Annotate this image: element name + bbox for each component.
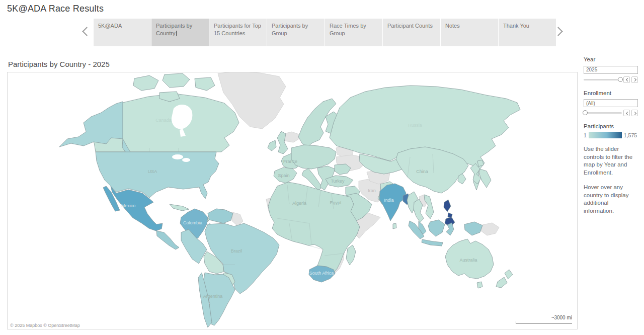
- country-ireland[interactable]: [268, 140, 276, 151]
- tab-race-times-by-group[interactable]: Race Times by Group: [325, 19, 382, 46]
- filter-panel: Year Enrollment Participants 1 1,575 Use…: [584, 56, 640, 215]
- tab-strip: 5K@ADA Participants by Country Participa…: [0, 19, 644, 46]
- enrollment-decrement-button[interactable]: [623, 110, 630, 116]
- enrollment-slider-row: [584, 110, 640, 116]
- map-label-russia: Russia: [408, 123, 422, 128]
- map-label-egypt: Egypt: [330, 200, 342, 205]
- enrollment-slider-handle[interactable]: [583, 110, 588, 115]
- map-label-mexico: Mexico: [121, 203, 136, 208]
- country-venezuela[interactable]: [208, 209, 233, 223]
- country-iceland[interactable]: [284, 132, 300, 142]
- world-choropleth-map[interactable]: Canada USA Mexico Colombia Brazil Argent…: [7, 72, 578, 329]
- year-increment-button[interactable]: [631, 76, 638, 83]
- tab-5k-ada[interactable]: 5K@ADA: [94, 19, 151, 46]
- map-label-canada: Canada: [155, 118, 172, 123]
- tab-participant-counts[interactable]: Participant Counts: [383, 19, 440, 46]
- enrollment-slider-track[interactable]: [584, 112, 622, 114]
- great-lakes: [182, 158, 190, 162]
- chevron-left-icon: [625, 111, 629, 115]
- map-label-china: China: [416, 169, 428, 174]
- tab-label: 5K@ADA: [98, 23, 122, 29]
- tab-thank-you[interactable]: Thank You: [499, 19, 556, 46]
- text-cursor: [176, 31, 177, 36]
- tab-label: Participant Counts: [387, 23, 433, 29]
- year-slider-row: [584, 76, 640, 83]
- help-text-hover: Hover over any country to display additi…: [584, 184, 640, 215]
- country-indonesia-papua[interactable]: [464, 222, 482, 235]
- year-filter-label: Year: [584, 56, 640, 62]
- country-sri-lanka[interactable]: [393, 223, 396, 229]
- map-canvas[interactable]: Canada USA Mexico Colombia Brazil Argent…: [8, 72, 577, 329]
- tab-notes[interactable]: Notes: [441, 19, 498, 46]
- map-scale-line: [516, 321, 572, 324]
- legend-title: Participants: [584, 123, 640, 129]
- legend-min-value: 1: [584, 132, 587, 138]
- tab-label: Participants for Top 15 Countries: [214, 23, 261, 36]
- year-slider-track[interactable]: [584, 79, 622, 80]
- tab-participants-by-country[interactable]: Participants by Country: [151, 19, 209, 46]
- map-label-usa: USA: [148, 169, 157, 174]
- country-philippines[interactable]: [444, 200, 455, 227]
- country-new-zealand[interactable]: [496, 270, 513, 288]
- tasmania[interactable]: [477, 282, 482, 288]
- map-label-south-africa: South Africa: [309, 271, 334, 276]
- map-label-algeria: Algeria: [292, 201, 306, 206]
- enrollment-increment-button[interactable]: [631, 110, 638, 116]
- tab-participants-by-group[interactable]: Participants by Group: [267, 19, 325, 46]
- tab-label: Participants by Country: [156, 23, 192, 36]
- year-slider-handle[interactable]: [618, 77, 623, 82]
- map-label-iran: Iran: [368, 188, 376, 193]
- map-label-brazil: Brazil: [231, 248, 243, 254]
- map-label-colombia: Colombia: [183, 220, 202, 225]
- legend-gradient-bar: [589, 132, 622, 138]
- view-title: Participants by Country - 2025: [8, 60, 110, 68]
- tabs-scroll-left-button[interactable]: [79, 26, 93, 39]
- country-central-europe[interactable]: [291, 145, 336, 169]
- map-label-india: India: [384, 198, 394, 203]
- map-scale-label: ~3000 mi: [516, 315, 572, 321]
- map-label-argentina: Argentina: [203, 294, 223, 299]
- year-decrement-button[interactable]: [623, 76, 630, 83]
- enrollment-filter-label: Enrollment: [584, 90, 640, 96]
- country-vietnam[interactable]: [424, 195, 434, 219]
- enrollment-filter-input[interactable]: [584, 99, 638, 107]
- chevron-right-icon: [632, 111, 636, 115]
- chevron-right-icon: [632, 78, 636, 81]
- page-title: 5K@ADA Race Results: [7, 4, 104, 14]
- tab-label: Thank You: [503, 23, 529, 29]
- map-label-spain: Spain: [278, 173, 289, 178]
- tab-label: Race Times by Group: [330, 23, 366, 36]
- country-papua-new-guinea[interactable]: [481, 223, 499, 235]
- help-text-sliders: Use the slider controls to filter the ma…: [584, 145, 640, 177]
- tab-label: Notes: [445, 23, 460, 29]
- map-attribution: © 2025 Mapbox © OpenStreetMap: [8, 322, 83, 329]
- tab-participants-top15[interactable]: Participants for Top 15 Countries: [209, 19, 267, 46]
- map-label-turkey: Turkey: [331, 179, 345, 184]
- chevron-left-icon: [82, 27, 91, 36]
- map-scale: ~3000 mi: [516, 315, 572, 324]
- map-label-france: France: [283, 159, 297, 164]
- country-cuba[interactable]: [170, 204, 189, 211]
- tabs-scroll-right-button[interactable]: [553, 26, 567, 39]
- central-america[interactable]: [156, 231, 179, 249]
- great-lakes: [172, 154, 183, 159]
- tab-label: Participants by Group: [272, 23, 308, 36]
- legend-max-value: 1,575: [624, 132, 637, 138]
- chevron-right-icon: [553, 27, 562, 36]
- map-label-australia: Australia: [459, 258, 477, 263]
- country-indonesia-borneo[interactable]: [428, 220, 445, 236]
- country-indonesia-java[interactable]: [422, 239, 443, 246]
- year-filter-input[interactable]: [584, 66, 638, 74]
- color-legend: 1 1,575: [584, 132, 640, 138]
- country-madagascar[interactable]: [346, 245, 356, 265]
- chevron-left-icon: [625, 78, 629, 81]
